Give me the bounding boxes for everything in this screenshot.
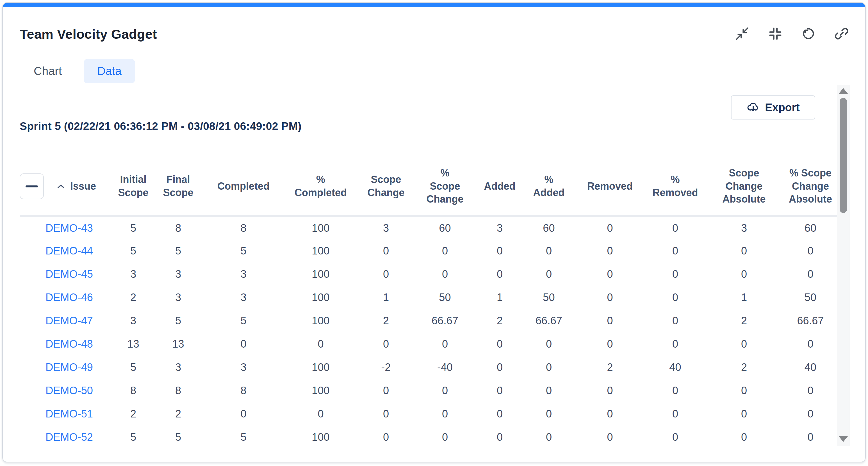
table-cell: 0 [357,332,415,356]
table-cell: 0 [646,216,704,239]
table-cell: 0 [524,402,574,426]
table-cell: 0 [784,402,837,426]
table-cell: 0 [475,402,524,426]
issue-cell: DEMO-45 [45,263,113,286]
issue-link[interactable]: DEMO-44 [45,245,93,257]
table-cell: 5 [154,426,203,449]
table-cell: 13 [113,332,154,356]
table-cell: 0 [704,379,784,402]
link-icon[interactable] [834,26,849,41]
issue-link[interactable]: DEMO-51 [45,408,93,420]
table-cell: 3 [357,216,415,239]
exit-fullscreen-icon[interactable] [768,26,783,41]
gadget-title: Team Velocity Gadget [20,26,157,42]
table-cell: 5 [154,309,203,332]
column-header[interactable]: % Removed [646,158,704,216]
table-row: DEMO-4623310015015000150 [20,286,837,309]
table-cell: 0 [646,239,704,263]
column-header[interactable]: % Scope Change [415,158,475,216]
export-button[interactable]: Export [731,95,815,120]
table-cell: 100 [284,239,357,263]
table-row: DEMO-47355100266.67266.6700266.67 [20,309,837,332]
issue-link[interactable]: DEMO-46 [45,292,93,303]
column-header[interactable]: Scope Change [357,158,415,216]
table-cell: 2 [113,402,154,426]
column-header[interactable]: Scope Change Absolute [704,158,784,216]
table-cell: 8 [154,216,203,239]
table-cell: 0 [475,356,524,379]
table-cell: 3 [704,216,784,239]
cloud-download-icon [746,100,760,115]
column-header[interactable]: Completed [203,158,284,216]
refresh-icon[interactable] [801,26,816,41]
column-header[interactable]: Added [475,158,524,216]
issue-cell: DEMO-44 [45,239,113,263]
table-cell: 3 [154,263,203,286]
table-cell: 5 [203,426,284,449]
issue-link[interactable]: DEMO-43 [45,222,93,234]
issue-link[interactable]: DEMO-49 [45,361,93,373]
issue-link[interactable]: DEMO-50 [45,385,93,396]
table-cell: 0 [704,426,784,449]
table-cell: 0 [574,426,646,449]
table-cell: 3 [113,309,154,332]
table-cell: 5 [113,426,154,449]
column-header[interactable]: % Completed [284,158,357,216]
collapse-icon[interactable] [734,26,750,41]
tab-data[interactable]: Data [84,59,135,83]
table-cell: 0 [574,332,646,356]
row-control-cell [20,309,45,332]
velocity-table-wrap: Issue Initial ScopeFinal ScopeCompleted%… [20,158,837,449]
table-cell: 0 [524,379,574,402]
table-cell: 0 [704,402,784,426]
table-cell: 5 [113,356,154,379]
issue-link[interactable]: DEMO-47 [45,315,93,327]
table-cell: 5 [113,239,154,263]
scrollbar-thumb[interactable] [840,98,847,213]
column-header[interactable]: Final Scope [154,158,203,216]
column-header[interactable]: % Added [524,158,574,216]
table-cell: 0 [784,332,837,356]
table-row: DEMO-5255510000000000 [20,426,837,449]
row-control-cell [20,286,45,309]
scroll-down-button[interactable] [838,436,848,442]
row-control-cell [20,216,45,239]
sort-ascending-icon[interactable] [57,171,65,202]
table-cell: 0 [574,239,646,263]
table-cell: 100 [284,216,357,239]
column-header[interactable]: Initial Scope [113,158,154,216]
table-cell: 40 [784,356,837,379]
table-cell: 2 [154,402,203,426]
column-header[interactable]: Removed [574,158,646,216]
table-cell: 8 [113,379,154,402]
scroll-up-button[interactable] [838,88,848,94]
table-cell: 0 [646,309,704,332]
row-control-cell [20,356,45,379]
column-header[interactable]: % Scope Change Absolute [784,158,837,216]
issue-link[interactable]: DEMO-45 [45,268,93,280]
table-cell: 0 [524,263,574,286]
tab-chart[interactable]: Chart [31,59,65,83]
collapse-rows-button[interactable] [20,173,44,199]
table-cell: 3 [203,263,284,286]
table-cell: 13 [154,332,203,356]
table-cell: 2 [704,356,784,379]
table-cell: 0 [203,332,284,356]
table-cell: 5 [154,239,203,263]
issue-link[interactable]: DEMO-52 [45,431,93,443]
issue-link[interactable]: DEMO-48 [45,338,93,350]
issue-cell: DEMO-49 [45,356,113,379]
table-cell: 0 [784,379,837,402]
table-cell: 0 [475,332,524,356]
column-header-issue[interactable]: Issue [45,158,113,216]
table-cell: 0 [357,239,415,263]
table-cell: 0 [574,263,646,286]
row-control-cell [20,239,45,263]
table-cell: 3 [154,356,203,379]
table-scrollbar[interactable] [837,85,850,446]
table-cell: 0 [415,332,475,356]
table-cell: 0 [203,402,284,426]
table-cell: 0 [415,239,475,263]
table-cell: 0 [574,309,646,332]
view-tabs: Chart Data [31,59,135,83]
